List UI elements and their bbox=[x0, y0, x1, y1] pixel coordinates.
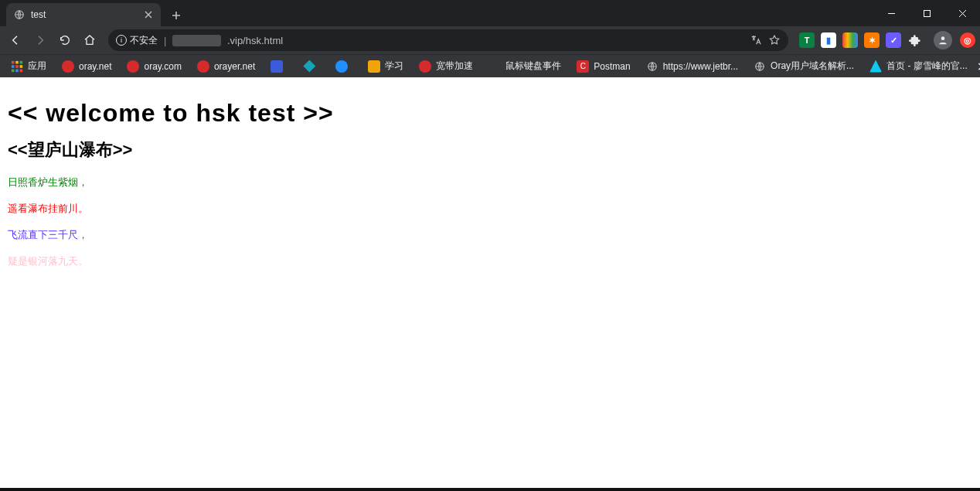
extensions-menu-icon[interactable] bbox=[907, 32, 923, 48]
page-subheading: <<望庐山瀑布>> bbox=[8, 138, 972, 162]
bookmark-item[interactable]: 学习 bbox=[362, 56, 410, 76]
bookmark-label: oray.com bbox=[144, 61, 181, 72]
url-path: .vip/hsk.html bbox=[227, 35, 283, 46]
close-tab-button[interactable] bbox=[144, 10, 153, 19]
bookmark-item[interactable]: Oray用户域名解析... bbox=[747, 56, 860, 76]
svg-rect-4 bbox=[15, 60, 19, 63]
bookmark-item[interactable]: oray.net bbox=[56, 57, 117, 76]
favicon-icon bbox=[869, 60, 882, 73]
favicon-icon bbox=[419, 60, 431, 73]
bookmark-item[interactable] bbox=[297, 57, 326, 76]
poem-line: 日照香炉生紫烟， bbox=[8, 176, 972, 189]
bookmark-item[interactable]: 鼠标键盘事件 bbox=[482, 56, 567, 76]
security-label: 不安全 bbox=[130, 34, 158, 47]
page-content: << welcome to hsk test >> <<望庐山瀑布>> 日照香炉… bbox=[0, 77, 980, 488]
page-heading: << welcome to hsk test >> bbox=[8, 99, 972, 128]
tab-title: test bbox=[31, 9, 138, 20]
favicon-icon bbox=[271, 60, 283, 73]
svg-rect-10 bbox=[15, 69, 19, 72]
favicon-icon bbox=[303, 60, 315, 73]
bookmark-label: Oray用户域名解析... bbox=[771, 60, 854, 73]
star-icon[interactable] bbox=[768, 34, 781, 46]
extension-icon[interactable]: ✶ bbox=[864, 32, 880, 48]
favicon-icon bbox=[62, 60, 74, 73]
globe-icon bbox=[754, 60, 766, 73]
bookmark-item[interactable]: oray.com bbox=[121, 57, 187, 76]
favicon-icon bbox=[197, 60, 209, 73]
folder-icon bbox=[368, 60, 380, 73]
favicon-icon bbox=[127, 60, 139, 73]
browser-tab[interactable]: test bbox=[6, 3, 161, 26]
svg-rect-9 bbox=[12, 69, 15, 72]
minimize-button[interactable] bbox=[873, 0, 909, 26]
address-bar[interactable]: i 不安全 | xxxxxxxxx.vip/hsk.html bbox=[108, 29, 788, 51]
bookmark-item[interactable]: https://www.jetbr... bbox=[640, 57, 744, 76]
bookmark-item[interactable]: orayer.net bbox=[191, 57, 261, 76]
profile-button[interactable] bbox=[934, 31, 952, 49]
svg-rect-7 bbox=[15, 65, 19, 68]
info-icon: i bbox=[116, 35, 127, 46]
svg-point-2 bbox=[941, 36, 945, 40]
bookmark-item[interactable]: 首页 - 廖雪峰的官... bbox=[863, 56, 974, 76]
extension-icon[interactable] bbox=[842, 32, 858, 48]
window-close-button[interactable] bbox=[944, 0, 980, 26]
favicon-icon bbox=[488, 60, 501, 73]
url-host-obscured: xxxxxxxxx bbox=[172, 35, 221, 46]
home-button[interactable] bbox=[79, 29, 100, 51]
favicon-icon bbox=[335, 60, 348, 73]
poem-line: 疑是银河落九天。 bbox=[8, 254, 972, 268]
bookmark-label: 首页 - 廖雪峰的官... bbox=[886, 60, 968, 73]
extension-icon[interactable]: T bbox=[799, 32, 815, 48]
poem-line: 飞流直下三千尺， bbox=[8, 228, 972, 242]
bookmark-label: 学习 bbox=[385, 60, 403, 73]
svg-rect-11 bbox=[20, 69, 23, 72]
maximize-button[interactable] bbox=[909, 0, 944, 26]
apps-label: 应用 bbox=[28, 60, 46, 73]
translate-icon[interactable] bbox=[750, 34, 762, 46]
poem-line: 遥看瀑布挂前川。 bbox=[8, 202, 972, 216]
window-controls bbox=[873, 0, 980, 26]
bookmark-label: https://www.jetbr... bbox=[663, 61, 738, 72]
extension-icon[interactable]: ▮ bbox=[821, 32, 836, 48]
forward-button[interactable] bbox=[29, 29, 51, 51]
favicon-icon: C bbox=[577, 60, 589, 73]
bookmarks-bar: 应用 oray.net oray.com orayer.net 学习 宽带加速 … bbox=[0, 54, 980, 77]
tab-strip: test bbox=[0, 0, 980, 26]
separator: | bbox=[164, 35, 166, 46]
svg-rect-6 bbox=[12, 65, 15, 68]
globe-icon bbox=[14, 9, 25, 20]
security-status[interactable]: i 不安全 bbox=[116, 34, 158, 47]
reload-button[interactable] bbox=[54, 29, 76, 51]
svg-rect-5 bbox=[20, 60, 23, 63]
extension-icon[interactable]: ✓ bbox=[886, 32, 901, 48]
bookmark-label: Postman bbox=[594, 61, 630, 72]
bookmark-label: 宽带加速 bbox=[436, 60, 473, 73]
extensions-area: T ▮ ✶ ✓ bbox=[796, 32, 926, 48]
apps-button[interactable]: 应用 bbox=[5, 56, 53, 76]
bookmarks-overflow-button[interactable] bbox=[977, 61, 980, 72]
apps-icon bbox=[11, 60, 23, 73]
new-tab-button[interactable] bbox=[165, 5, 187, 26]
bottom-border bbox=[0, 488, 980, 491]
toolbar: i 不安全 | xxxxxxxxx.vip/hsk.html T ▮ ✶ ✓ ◎ bbox=[0, 26, 980, 54]
bookmark-item[interactable]: 宽带加速 bbox=[413, 56, 479, 76]
extension-icon[interactable]: ◎ bbox=[960, 32, 975, 48]
svg-rect-1 bbox=[924, 10, 930, 16]
bookmark-label: orayer.net bbox=[214, 61, 255, 72]
bookmark-item[interactable]: C Postman bbox=[570, 57, 636, 76]
svg-rect-8 bbox=[20, 65, 23, 68]
back-button[interactable] bbox=[5, 29, 26, 51]
bookmark-item[interactable] bbox=[264, 57, 294, 76]
svg-rect-3 bbox=[12, 60, 15, 63]
bookmark-item[interactable] bbox=[329, 57, 359, 76]
globe-icon bbox=[646, 60, 658, 73]
bookmark-label: oray.net bbox=[79, 61, 111, 72]
bookmark-label: 鼠标键盘事件 bbox=[505, 60, 561, 73]
